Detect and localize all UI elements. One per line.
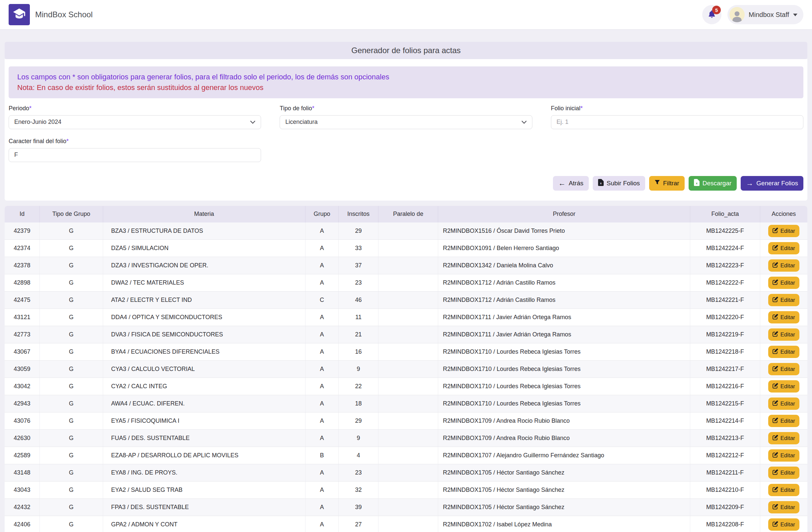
editar-button[interactable]: Editar (768, 346, 799, 358)
column-header-tipo-de-grupo: Tipo de Grupo (40, 206, 103, 223)
cell-materia: DVA3 / FISICA DE SEMICONDUCTORES (103, 326, 305, 344)
cell-acciones: Editar (760, 274, 807, 292)
tipo-folio-select[interactable]: Licenciatura (280, 115, 532, 129)
cell-id: 43059 (5, 361, 40, 378)
cell-folio-acta: MB1242218-F (690, 344, 760, 361)
cell-grupo: B (305, 447, 338, 464)
editar-button[interactable]: Editar (768, 415, 799, 427)
filtrar-button[interactable]: Filtrar (649, 176, 685, 191)
cell-tipo-de-grupo: G (40, 499, 103, 516)
descargar-button[interactable]: x Descargar (688, 176, 737, 191)
cell-folio-acta: MB1242215-F (690, 395, 760, 412)
cell-profesor: R2MINDBOX1705 / Héctor Santiago Sánchez (438, 481, 690, 499)
editar-button[interactable]: Editar (768, 225, 799, 237)
cell-tipo-de-grupo: G (40, 430, 103, 447)
cell-inscritos: 9 (339, 430, 378, 447)
cell-inscritos: 46 (339, 292, 378, 309)
edit-pencil-icon (772, 262, 778, 269)
subir-folios-button[interactable]: x Subir Folios (593, 176, 645, 191)
notification-badge: 5 (712, 6, 721, 14)
editar-button[interactable]: Editar (768, 260, 799, 272)
cell-tipo-de-grupo: G (40, 240, 103, 257)
cell-materia: BYA4 / ECUACIONES DIFERENCIALES (103, 344, 305, 361)
edit-pencil-icon (772, 452, 778, 459)
brand-name: MindBox School (35, 10, 92, 19)
table-header: Id Tipo de Grupo Materia Grupo Inscritos… (5, 206, 807, 223)
caracter-final-input[interactable] (9, 148, 261, 162)
cell-folio-acta: MB1242216-F (690, 378, 760, 395)
edit-pencil-icon (772, 279, 778, 286)
editar-button[interactable]: Editar (768, 277, 799, 289)
cell-grupo: A (305, 464, 338, 481)
table-row: 42374 G DZA5 / SIMULACION A 33 R2MINDBOX… (5, 240, 807, 257)
edit-pencil-icon (772, 521, 778, 528)
cell-id: 42898 (5, 274, 40, 292)
svg-text:x: x (696, 181, 698, 185)
cell-folio-acta: MB1242223-F (690, 257, 760, 274)
cell-acciones: Editar (760, 412, 807, 430)
cell-profesor: R2MINDBOX1712 / Adrián Castillo Ramos (438, 292, 690, 309)
cell-id: 43042 (5, 378, 40, 395)
cell-folio-acta: MB1242220-F (690, 309, 760, 326)
table-row: 43059 G CYA3 / CALCULO VECTORIAL A 9 R2M… (5, 361, 807, 378)
mindbox-logo[interactable] (9, 4, 30, 25)
editar-button[interactable]: Editar (768, 432, 799, 444)
cell-id: 43043 (5, 481, 40, 499)
periodo-selected-value: Enero-Junio 2024 (14, 118, 61, 126)
cell-materia: EYA8 / ING. DE PROYS. (103, 464, 305, 481)
cell-id: 43148 (5, 464, 40, 481)
cell-tipo-de-grupo: G (40, 516, 103, 532)
cell-materia: DWA2 / TEC MATERIALES (103, 274, 305, 292)
cell-profesor: R2MINDBOX1710 / Lourdes Rebeca Iglesias … (438, 378, 690, 395)
cell-tipo-de-grupo: G (40, 378, 103, 395)
cell-grupo: A (305, 378, 338, 395)
cell-grupo: A (305, 240, 338, 257)
cell-acciones: Editar (760, 378, 807, 395)
editar-button[interactable]: Editar (768, 328, 799, 341)
editar-button[interactable]: Editar (768, 466, 799, 479)
cell-paralelo-de (378, 344, 438, 361)
notifications-button[interactable]: 5 (702, 5, 722, 24)
folio-inicial-input[interactable] (551, 115, 803, 129)
editar-button[interactable]: Editar (768, 363, 799, 375)
app-header: MindBox School 5 Mindbox Staff (0, 0, 812, 29)
editar-button[interactable]: Editar (768, 449, 799, 462)
field-tipo-folio: Tipo de folio* Licenciatura (280, 105, 532, 129)
editar-button[interactable]: Editar (768, 242, 799, 254)
cell-tipo-de-grupo: G (40, 447, 103, 464)
table-row: 43076 G EYA5 / FISICOQUIMICA I A 29 R2MI… (5, 412, 807, 430)
table-row: 42379 G BZA3 / ESTRUCTURA DE DATOS A 29 … (5, 223, 807, 240)
column-header-grupo: Grupo (305, 206, 338, 223)
editar-button[interactable]: Editar (768, 397, 799, 410)
cell-id: 42589 (5, 447, 40, 464)
user-name: Mindbox Staff (749, 11, 789, 18)
cell-folio-acta: MB1242212-F (690, 447, 760, 464)
svg-text:x: x (600, 181, 602, 185)
required-asterisk: * (312, 105, 315, 112)
edit-pencil-icon (772, 227, 778, 235)
generar-folios-button[interactable]: → Generar Folios (741, 176, 803, 191)
editar-button[interactable]: Editar (768, 311, 799, 323)
editar-button[interactable]: Editar (768, 294, 799, 306)
edit-pencil-icon (772, 331, 778, 338)
cell-inscritos: 37 (339, 257, 378, 274)
cell-folio-acta: MB1242213-F (690, 430, 760, 447)
user-menu-button[interactable]: Mindbox Staff (727, 5, 803, 24)
periodo-select[interactable]: Enero-Junio 2024 (9, 115, 261, 129)
cell-profesor: R2MINDBOX1342 / Daniela Molina Calvo (438, 257, 690, 274)
arrow-left-icon: ← (558, 180, 566, 187)
column-header-inscritos: Inscritos (339, 206, 378, 223)
toolbar: ← Atrás x Subir Folios Filtrar x Descarg… (9, 176, 803, 191)
editar-button[interactable]: Editar (768, 501, 799, 514)
notice-replacement-warning: Nota: En caso de existir folios, estos s… (17, 82, 795, 93)
cell-profesor: R2MINDBOX1707 / Alejandro Guillermo Fern… (438, 447, 690, 464)
cell-paralelo-de (378, 309, 438, 326)
editar-button[interactable]: Editar (768, 380, 799, 393)
editar-button[interactable]: Editar (768, 518, 799, 531)
atras-button[interactable]: ← Atrás (553, 176, 589, 191)
editar-button[interactable]: Editar (768, 484, 799, 496)
cell-profesor: R2MINDBOX1702 / Isabel López Medina (438, 516, 690, 532)
cell-materia: CYA3 / CALCULO VECTORIAL (103, 361, 305, 378)
cell-id: 42773 (5, 326, 40, 344)
cell-grupo: A (305, 344, 338, 361)
